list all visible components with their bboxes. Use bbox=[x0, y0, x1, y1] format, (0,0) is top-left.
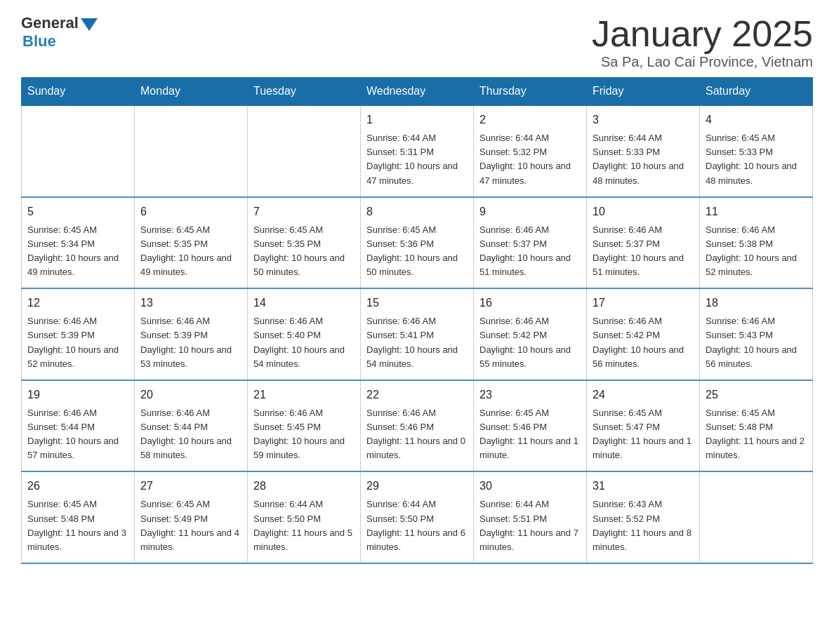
day-info: Sunrise: 6:46 AM Sunset: 5:37 PM Dayligh… bbox=[479, 223, 581, 280]
calendar-cell: 8Sunrise: 6:45 AM Sunset: 5:36 PM Daylig… bbox=[361, 197, 474, 289]
day-number: 14 bbox=[253, 295, 355, 311]
calendar-cell: 30Sunrise: 6:44 AM Sunset: 5:51 PM Dayli… bbox=[474, 471, 587, 563]
day-info: Sunrise: 6:45 AM Sunset: 5:48 PM Dayligh… bbox=[706, 406, 807, 463]
calendar-cell bbox=[135, 105, 248, 197]
calendar-cell: 16Sunrise: 6:46 AM Sunset: 5:42 PM Dayli… bbox=[474, 288, 587, 380]
calendar-day-header: Monday bbox=[135, 78, 248, 106]
day-number: 13 bbox=[140, 295, 241, 311]
calendar-cell: 18Sunrise: 6:46 AM Sunset: 5:43 PM Dayli… bbox=[700, 288, 813, 380]
day-info: Sunrise: 6:46 AM Sunset: 5:42 PM Dayligh… bbox=[479, 314, 581, 371]
day-info: Sunrise: 6:44 AM Sunset: 5:50 PM Dayligh… bbox=[366, 497, 468, 554]
calendar-cell: 28Sunrise: 6:44 AM Sunset: 5:50 PM Dayli… bbox=[248, 471, 361, 563]
calendar-cell bbox=[248, 105, 361, 197]
calendar-cell: 10Sunrise: 6:46 AM Sunset: 5:37 PM Dayli… bbox=[587, 197, 700, 289]
day-number: 19 bbox=[27, 387, 128, 403]
calendar-cell: 25Sunrise: 6:45 AM Sunset: 5:48 PM Dayli… bbox=[700, 380, 813, 472]
day-info: Sunrise: 6:46 AM Sunset: 5:39 PM Dayligh… bbox=[27, 314, 128, 371]
day-info: Sunrise: 6:44 AM Sunset: 5:51 PM Dayligh… bbox=[479, 497, 581, 554]
calendar-week-row: 12Sunrise: 6:46 AM Sunset: 5:39 PM Dayli… bbox=[22, 288, 813, 380]
day-number: 21 bbox=[253, 387, 355, 403]
calendar-cell: 9Sunrise: 6:46 AM Sunset: 5:37 PM Daylig… bbox=[474, 197, 587, 289]
day-number: 2 bbox=[479, 112, 581, 128]
calendar-cell: 31Sunrise: 6:43 AM Sunset: 5:52 PM Dayli… bbox=[587, 471, 700, 563]
day-number: 8 bbox=[366, 203, 468, 220]
main-title: January 2025 bbox=[592, 14, 813, 54]
day-number: 12 bbox=[27, 295, 128, 311]
day-info: Sunrise: 6:45 AM Sunset: 5:36 PM Dayligh… bbox=[366, 223, 468, 280]
calendar-cell: 27Sunrise: 6:45 AM Sunset: 5:49 PM Dayli… bbox=[135, 471, 248, 563]
day-info: Sunrise: 6:44 AM Sunset: 5:32 PM Dayligh… bbox=[479, 131, 581, 188]
day-number: 17 bbox=[593, 295, 694, 311]
calendar-cell: 14Sunrise: 6:46 AM Sunset: 5:40 PM Dayli… bbox=[248, 288, 361, 380]
calendar-cell: 21Sunrise: 6:46 AM Sunset: 5:45 PM Dayli… bbox=[248, 380, 361, 472]
day-number: 22 bbox=[366, 387, 468, 403]
day-number: 24 bbox=[593, 387, 694, 403]
day-number: 7 bbox=[253, 203, 355, 220]
day-number: 27 bbox=[140, 478, 241, 495]
calendar-cell: 26Sunrise: 6:45 AM Sunset: 5:48 PM Dayli… bbox=[22, 471, 135, 563]
calendar-cell bbox=[700, 471, 813, 563]
day-number: 18 bbox=[706, 295, 807, 311]
title-block: January 2025 Sa Pa, Lao Cai Province, Vi… bbox=[592, 14, 813, 70]
day-info: Sunrise: 6:44 AM Sunset: 5:33 PM Dayligh… bbox=[593, 131, 694, 188]
calendar-cell: 4Sunrise: 6:45 AM Sunset: 5:33 PM Daylig… bbox=[700, 105, 813, 197]
day-number: 5 bbox=[27, 203, 128, 220]
day-number: 1 bbox=[366, 112, 468, 128]
day-number: 10 bbox=[593, 203, 694, 220]
calendar-week-row: 1Sunrise: 6:44 AM Sunset: 5:31 PM Daylig… bbox=[22, 105, 813, 197]
day-info: Sunrise: 6:46 AM Sunset: 5:44 PM Dayligh… bbox=[140, 406, 241, 463]
calendar-day-header: Tuesday bbox=[248, 78, 361, 106]
calendar-cell: 6Sunrise: 6:45 AM Sunset: 5:35 PM Daylig… bbox=[135, 197, 248, 289]
day-number: 31 bbox=[593, 478, 694, 495]
day-number: 9 bbox=[479, 203, 581, 220]
calendar-day-header: Sunday bbox=[22, 78, 135, 106]
day-info: Sunrise: 6:46 AM Sunset: 5:46 PM Dayligh… bbox=[366, 406, 468, 463]
page-header: General Blue January 2025 Sa Pa, Lao Cai… bbox=[21, 14, 813, 70]
day-info: Sunrise: 6:45 AM Sunset: 5:47 PM Dayligh… bbox=[593, 406, 694, 463]
calendar-cell: 7Sunrise: 6:45 AM Sunset: 5:35 PM Daylig… bbox=[248, 197, 361, 289]
day-info: Sunrise: 6:46 AM Sunset: 5:41 PM Dayligh… bbox=[366, 314, 468, 371]
logo-triangle-icon bbox=[81, 18, 98, 31]
calendar-cell: 17Sunrise: 6:46 AM Sunset: 5:42 PM Dayli… bbox=[587, 288, 700, 380]
day-number: 30 bbox=[479, 478, 581, 495]
calendar-week-row: 5Sunrise: 6:45 AM Sunset: 5:34 PM Daylig… bbox=[22, 197, 813, 289]
calendar-cell: 1Sunrise: 6:44 AM Sunset: 5:31 PM Daylig… bbox=[361, 105, 474, 197]
subtitle: Sa Pa, Lao Cai Province, Vietnam bbox=[592, 54, 813, 70]
day-info: Sunrise: 6:46 AM Sunset: 5:38 PM Dayligh… bbox=[706, 223, 807, 280]
calendar-cell: 11Sunrise: 6:46 AM Sunset: 5:38 PM Dayli… bbox=[700, 197, 813, 289]
day-info: Sunrise: 6:44 AM Sunset: 5:31 PM Dayligh… bbox=[366, 131, 468, 188]
calendar-cell: 20Sunrise: 6:46 AM Sunset: 5:44 PM Dayli… bbox=[135, 380, 248, 472]
day-info: Sunrise: 6:45 AM Sunset: 5:34 PM Dayligh… bbox=[27, 223, 128, 280]
calendar-cell: 3Sunrise: 6:44 AM Sunset: 5:33 PM Daylig… bbox=[587, 105, 700, 197]
day-number: 28 bbox=[253, 478, 355, 495]
calendar-cell: 24Sunrise: 6:45 AM Sunset: 5:47 PM Dayli… bbox=[587, 380, 700, 472]
calendar-cell: 29Sunrise: 6:44 AM Sunset: 5:50 PM Dayli… bbox=[361, 471, 474, 563]
day-info: Sunrise: 6:44 AM Sunset: 5:50 PM Dayligh… bbox=[253, 497, 355, 554]
calendar-cell: 15Sunrise: 6:46 AM Sunset: 5:41 PM Dayli… bbox=[361, 288, 474, 380]
day-number: 15 bbox=[366, 295, 468, 311]
calendar-cell: 13Sunrise: 6:46 AM Sunset: 5:39 PM Dayli… bbox=[135, 288, 248, 380]
day-number: 4 bbox=[706, 112, 807, 128]
logo: General Blue bbox=[21, 14, 98, 51]
day-number: 29 bbox=[366, 478, 468, 495]
day-number: 11 bbox=[706, 203, 807, 220]
calendar-week-row: 19Sunrise: 6:46 AM Sunset: 5:44 PM Dayli… bbox=[22, 380, 813, 472]
calendar-cell: 19Sunrise: 6:46 AM Sunset: 5:44 PM Dayli… bbox=[22, 380, 135, 472]
calendar-cell: 22Sunrise: 6:46 AM Sunset: 5:46 PM Dayli… bbox=[361, 380, 474, 472]
calendar-cell: 12Sunrise: 6:46 AM Sunset: 5:39 PM Dayli… bbox=[22, 288, 135, 380]
calendar-cell: 2Sunrise: 6:44 AM Sunset: 5:32 PM Daylig… bbox=[474, 105, 587, 197]
day-info: Sunrise: 6:45 AM Sunset: 5:35 PM Dayligh… bbox=[253, 223, 355, 280]
calendar-week-row: 26Sunrise: 6:45 AM Sunset: 5:48 PM Dayli… bbox=[22, 471, 813, 563]
day-number: 20 bbox=[140, 387, 241, 403]
day-info: Sunrise: 6:46 AM Sunset: 5:37 PM Dayligh… bbox=[593, 223, 694, 280]
calendar-cell bbox=[22, 105, 135, 197]
day-info: Sunrise: 6:45 AM Sunset: 5:33 PM Dayligh… bbox=[706, 131, 807, 188]
day-number: 25 bbox=[706, 387, 807, 403]
calendar-day-header: Saturday bbox=[700, 78, 813, 106]
day-info: Sunrise: 6:45 AM Sunset: 5:49 PM Dayligh… bbox=[140, 497, 241, 554]
day-info: Sunrise: 6:46 AM Sunset: 5:45 PM Dayligh… bbox=[253, 406, 355, 463]
day-number: 26 bbox=[27, 478, 128, 495]
calendar-cell: 5Sunrise: 6:45 AM Sunset: 5:34 PM Daylig… bbox=[22, 197, 135, 289]
calendar-day-header: Friday bbox=[587, 78, 700, 106]
calendar-table: SundayMondayTuesdayWednesdayThursdayFrid… bbox=[21, 77, 813, 564]
